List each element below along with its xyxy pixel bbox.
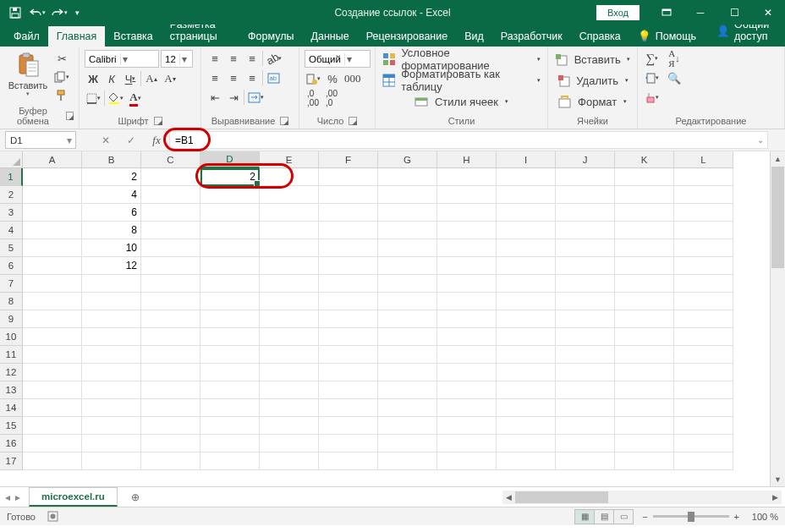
cell[interactable] [260,364,319,381]
cell[interactable] [23,417,82,435]
zoom-in-icon[interactable]: + [734,512,739,522]
row-header[interactable]: 13 [0,381,23,399]
row-header[interactable]: 4 [0,222,23,239]
cell[interactable] [437,186,497,204]
name-box[interactable]: D1▾ [5,131,76,149]
cell[interactable] [260,328,319,346]
paste-button[interactable]: Вставить ▾ [5,48,51,97]
column-header[interactable]: K [615,151,674,168]
cell[interactable] [556,275,615,293]
cell[interactable] [23,204,82,222]
scroll-left-icon[interactable]: ◀ [502,493,515,502]
cell[interactable] [556,222,615,239]
cell[interactable] [319,239,378,257]
row-header[interactable]: 3 [0,204,23,222]
scroll-up-icon[interactable]: ▲ [771,151,785,166]
cell[interactable] [378,168,437,186]
cell[interactable] [141,381,200,399]
cell[interactable] [615,222,674,239]
tell-me-button[interactable]: 💡Помощь [629,25,708,47]
cell[interactable] [615,275,674,293]
cell[interactable] [141,168,200,186]
cell[interactable] [497,310,556,328]
maximize-icon[interactable]: ☐ [717,0,751,25]
cell[interactable] [319,168,378,186]
cell[interactable] [23,452,82,470]
cell[interactable] [674,417,733,435]
cell[interactable] [82,310,141,328]
cell[interactable] [615,204,674,222]
cell[interactable] [23,435,82,452]
align-top-icon[interactable]: ≡ [206,50,223,67]
cell[interactable] [378,310,437,328]
cell[interactable] [200,381,260,399]
underline-button[interactable]: Ч▾ [122,70,139,87]
dialog-launcher-icon[interactable] [66,112,74,120]
cell[interactable] [437,328,497,346]
fill-icon[interactable]: ▾ [643,69,661,86]
cell[interactable] [497,417,556,435]
cell[interactable] [200,204,260,222]
cell[interactable] [319,310,378,328]
row-header[interactable]: 2 [0,186,23,204]
cell[interactable] [378,346,437,364]
cell[interactable] [556,435,615,452]
decrease-indent-icon[interactable]: ⇤ [206,89,223,106]
tab-home[interactable]: Главная [48,26,106,47]
scroll-thumb[interactable] [771,167,784,268]
normal-view-icon[interactable]: ▦ [574,509,595,524]
cell[interactable] [378,204,437,222]
row-header[interactable]: 15 [0,417,23,435]
cell[interactable] [497,239,556,257]
decrease-font-icon[interactable]: A▾ [162,70,178,87]
format-painter-icon[interactable] [52,87,71,104]
delete-cells-button[interactable]: Удалить ▾ [553,71,632,90]
align-right-icon[interactable]: ≡ [244,69,261,86]
select-all-triangle[interactable] [0,151,23,168]
cell[interactable]: 2 [82,168,141,186]
fill-color-icon[interactable]: ▾ [107,90,125,107]
align-center-icon[interactable]: ≡ [225,69,242,86]
save-icon[interactable] [5,3,25,23]
cell[interactable] [556,168,615,186]
cell[interactable] [497,328,556,346]
cell[interactable] [497,293,556,310]
format-as-table-button[interactable]: Форматировать как таблицу ▾ [381,71,542,90]
cell[interactable] [141,399,200,417]
cell[interactable] [319,364,378,381]
cell[interactable] [200,364,260,381]
cell[interactable] [23,275,82,293]
column-header[interactable]: J [556,151,615,168]
cell[interactable] [378,239,437,257]
cell[interactable] [141,257,200,275]
cell[interactable] [141,364,200,381]
tab-review[interactable]: Рецензирование [358,26,457,47]
cell[interactable]: 4 [82,186,141,204]
row-headers[interactable]: 1234567891011121314151617 [0,168,23,470]
cell[interactable] [615,168,674,186]
row-header[interactable]: 14 [0,399,23,417]
cell[interactable] [615,381,674,399]
cell[interactable] [319,435,378,452]
cell[interactable] [437,381,497,399]
cell[interactable] [437,452,497,470]
accounting-icon[interactable]: ▾ [305,70,322,87]
cell[interactable] [82,381,141,399]
cell[interactable] [674,364,733,381]
cell[interactable] [674,168,733,186]
cell[interactable] [556,417,615,435]
cell[interactable] [260,310,319,328]
page-break-view-icon[interactable]: ▭ [613,509,634,524]
cell[interactable] [497,346,556,364]
cell[interactable] [378,293,437,310]
cell[interactable] [141,204,200,222]
clear-icon[interactable]: ▾ [643,89,661,106]
cell[interactable] [437,435,497,452]
cell[interactable] [437,399,497,417]
cell[interactable] [260,293,319,310]
close-icon[interactable]: ✕ [751,0,785,25]
row-header[interactable]: 12 [0,364,23,381]
cell[interactable] [674,310,733,328]
cell[interactable] [260,222,319,239]
cell[interactable] [260,168,319,186]
